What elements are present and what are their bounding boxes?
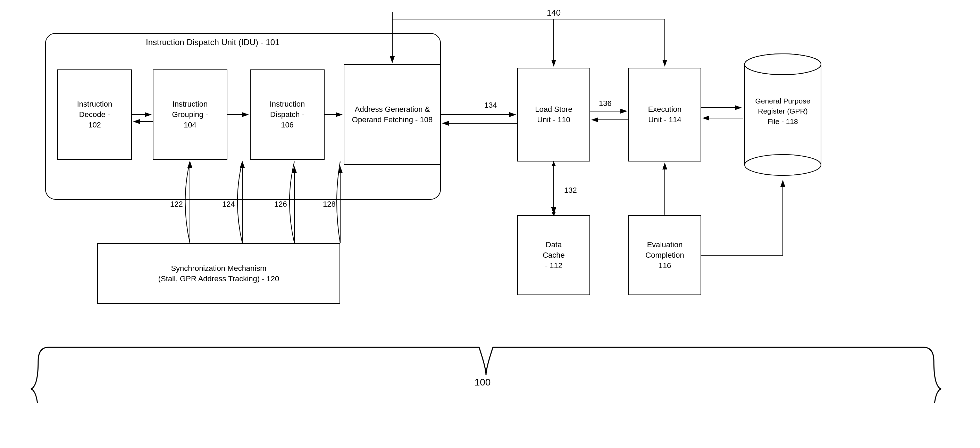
svg-marker-26 [552, 161, 556, 166]
address-gen-box: Address Generation &Operand Fetching - 1… [344, 64, 441, 165]
svg-text:122: 122 [170, 200, 183, 208]
svg-text:136: 136 [599, 99, 612, 108]
data-cache-label: DataCache- 112 [542, 240, 565, 271]
svg-text:132: 132 [564, 186, 577, 195]
instruction-dispatch-box: InstructionDispatch -106 [250, 69, 325, 160]
gpr-label: General PurposeRegister (GPR)File - 118 [756, 96, 811, 126]
svg-text:140: 140 [547, 8, 561, 18]
eval-completion-box: EvaluationCompletion116 [628, 215, 701, 295]
svg-point-2 [745, 155, 821, 175]
eval-completion-label: EvaluationCompletion116 [645, 240, 684, 271]
execution-unit-box: ExecutionUnit - 114 [628, 68, 701, 161]
svg-text:128: 128 [323, 200, 336, 208]
data-cache-box: DataCache- 112 [517, 215, 590, 295]
svg-text:134: 134 [484, 101, 497, 109]
sync-mech-box: Synchronization Mechanism(Stall, GPR Add… [97, 243, 340, 304]
instruction-grouping-label: InstructionGrouping -104 [172, 99, 208, 130]
svg-text:124: 124 [222, 200, 235, 208]
instruction-decode-box: InstructionDecode -102 [57, 69, 132, 160]
svg-text:100: 100 [474, 377, 491, 387]
instruction-dispatch-label: InstructionDispatch -106 [270, 99, 305, 130]
bottom-brace: 100 [28, 340, 944, 403]
diagram-container: Instruction Dispatch Unit (IDU) - 101 In… [0, 0, 980, 448]
load-store-box: Load StoreUnit - 110 [517, 68, 590, 161]
sync-mech-label: Synchronization Mechanism(Stall, GPR Add… [158, 263, 279, 284]
address-gen-label: Address Generation &Operand Fetching - 1… [352, 104, 433, 125]
load-store-label: Load StoreUnit - 110 [535, 104, 573, 125]
svg-text:126: 126 [274, 200, 287, 208]
gpr-cylinder: General PurposeRegister (GPR)File - 118 [743, 50, 823, 179]
idu-label: Instruction Dispatch Unit (IDU) - 101 [146, 38, 280, 47]
execution-unit-label: ExecutionUnit - 114 [648, 104, 682, 125]
instruction-decode-label: InstructionDecode -102 [77, 99, 113, 130]
instruction-grouping-box: InstructionGrouping -104 [153, 69, 228, 160]
